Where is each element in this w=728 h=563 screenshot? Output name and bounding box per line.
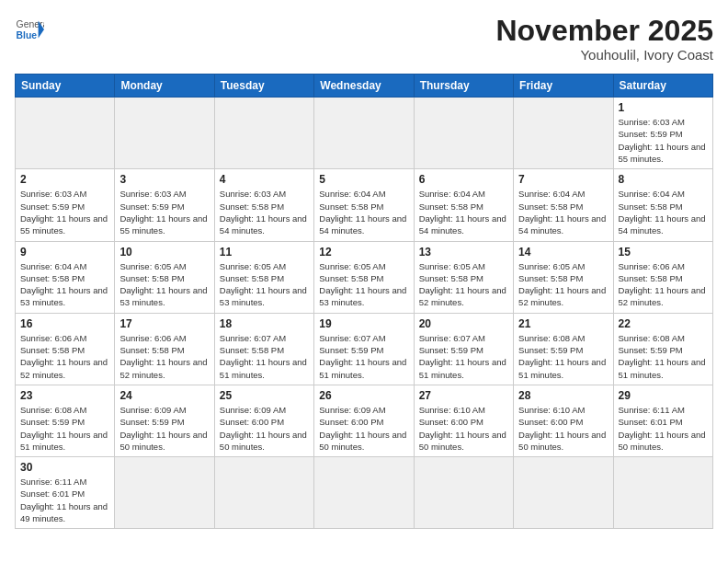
day-info: Sunrise: 6:09 AM Sunset: 6:00 PM Dayligh… xyxy=(319,404,408,453)
calendar-day-cell xyxy=(314,98,414,169)
day-info: Sunrise: 6:05 AM Sunset: 5:58 PM Dayligh… xyxy=(518,260,608,309)
calendar-day-cell: 11 Sunrise: 6:05 AM Sunset: 5:58 PM Dayl… xyxy=(214,241,313,313)
day-number: 1 xyxy=(619,101,708,114)
calendar-day-cell xyxy=(514,98,613,169)
day-info: Sunrise: 6:07 AM Sunset: 5:59 PM Dayligh… xyxy=(419,332,508,381)
calendar-day-cell xyxy=(214,457,313,529)
day-number: 8 xyxy=(619,173,708,186)
svg-text:Blue: Blue xyxy=(17,30,38,40)
header-friday: Friday xyxy=(514,75,613,98)
day-info: Sunrise: 6:10 AM Sunset: 6:00 PM Dayligh… xyxy=(419,404,508,453)
calendar-day-cell: 23 Sunrise: 6:08 AM Sunset: 5:59 PM Dayl… xyxy=(16,385,115,456)
day-number: 9 xyxy=(20,246,109,259)
calendar-day-cell xyxy=(613,457,712,529)
day-info: Sunrise: 6:05 AM Sunset: 5:58 PM Dayligh… xyxy=(419,260,508,309)
calendar-day-cell: 16 Sunrise: 6:06 AM Sunset: 5:58 PM Dayl… xyxy=(16,313,115,385)
calendar-week-row: 16 Sunrise: 6:06 AM Sunset: 5:58 PM Dayl… xyxy=(16,313,713,385)
day-number: 25 xyxy=(220,389,309,402)
day-number: 6 xyxy=(419,173,508,186)
calendar-day-cell: 8 Sunrise: 6:04 AM Sunset: 5:58 PM Dayli… xyxy=(613,169,712,241)
day-number: 30 xyxy=(20,461,109,474)
day-number: 21 xyxy=(518,317,608,330)
day-number: 13 xyxy=(419,246,508,259)
header-saturday: Saturday xyxy=(613,75,712,98)
page-header: General Blue November 2025 Youhoulil, Iv… xyxy=(15,15,713,63)
calendar-day-cell: 26 Sunrise: 6:09 AM Sunset: 6:00 PM Dayl… xyxy=(314,385,414,456)
day-info: Sunrise: 6:03 AM Sunset: 5:58 PM Dayligh… xyxy=(220,188,309,236)
header-wednesday: Wednesday xyxy=(314,75,414,98)
day-number: 18 xyxy=(220,317,309,330)
day-info: Sunrise: 6:04 AM Sunset: 5:58 PM Dayligh… xyxy=(319,188,408,236)
calendar-day-cell: 9 Sunrise: 6:04 AM Sunset: 5:58 PM Dayli… xyxy=(16,241,115,313)
calendar-day-cell: 7 Sunrise: 6:04 AM Sunset: 5:58 PM Dayli… xyxy=(514,169,613,241)
calendar-day-cell: 24 Sunrise: 6:09 AM Sunset: 5:59 PM Dayl… xyxy=(115,385,214,456)
day-info: Sunrise: 6:06 AM Sunset: 5:58 PM Dayligh… xyxy=(119,332,209,381)
day-number: 26 xyxy=(319,389,408,402)
day-info: Sunrise: 6:08 AM Sunset: 5:59 PM Dayligh… xyxy=(619,332,708,381)
logo-icon: General Blue xyxy=(15,15,44,44)
day-info: Sunrise: 6:04 AM Sunset: 5:58 PM Dayligh… xyxy=(518,188,608,236)
day-number: 23 xyxy=(20,389,109,402)
day-info: Sunrise: 6:05 AM Sunset: 5:58 PM Dayligh… xyxy=(220,260,309,309)
calendar-day-cell: 29 Sunrise: 6:11 AM Sunset: 6:01 PM Dayl… xyxy=(613,385,712,456)
calendar-day-cell: 6 Sunrise: 6:04 AM Sunset: 5:58 PM Dayli… xyxy=(414,169,513,241)
calendar-table: SundayMondayTuesdayWednesdayThursdayFrid… xyxy=(15,74,713,529)
calendar-day-cell: 15 Sunrise: 6:06 AM Sunset: 5:58 PM Dayl… xyxy=(613,241,712,313)
day-info: Sunrise: 6:03 AM Sunset: 5:59 PM Dayligh… xyxy=(119,188,209,236)
calendar-week-row: 23 Sunrise: 6:08 AM Sunset: 5:59 PM Dayl… xyxy=(16,385,713,456)
day-info: Sunrise: 6:05 AM Sunset: 5:58 PM Dayligh… xyxy=(319,260,408,309)
calendar-day-cell: 22 Sunrise: 6:08 AM Sunset: 5:59 PM Dayl… xyxy=(613,313,712,385)
calendar-week-row: 30 Sunrise: 6:11 AM Sunset: 6:01 PM Dayl… xyxy=(16,457,713,529)
day-info: Sunrise: 6:10 AM Sunset: 6:00 PM Dayligh… xyxy=(518,404,608,453)
calendar-day-cell: 20 Sunrise: 6:07 AM Sunset: 5:59 PM Dayl… xyxy=(414,313,513,385)
day-info: Sunrise: 6:08 AM Sunset: 5:59 PM Dayligh… xyxy=(518,332,608,381)
location-subtitle: Youhoulil, Ivory Coast xyxy=(495,47,713,63)
day-info: Sunrise: 6:09 AM Sunset: 5:59 PM Dayligh… xyxy=(119,404,209,453)
day-info: Sunrise: 6:06 AM Sunset: 5:58 PM Dayligh… xyxy=(619,260,708,309)
day-info: Sunrise: 6:05 AM Sunset: 5:58 PM Dayligh… xyxy=(119,260,209,309)
day-number: 15 xyxy=(619,246,708,259)
calendar-day-cell xyxy=(314,457,414,529)
day-number: 16 xyxy=(20,317,109,330)
day-number: 19 xyxy=(319,317,408,330)
day-number: 10 xyxy=(119,246,209,259)
calendar-day-cell: 19 Sunrise: 6:07 AM Sunset: 5:59 PM Dayl… xyxy=(314,313,414,385)
calendar-day-cell xyxy=(414,457,513,529)
day-info: Sunrise: 6:04 AM Sunset: 5:58 PM Dayligh… xyxy=(619,188,708,236)
calendar-day-cell: 17 Sunrise: 6:06 AM Sunset: 5:58 PM Dayl… xyxy=(115,313,214,385)
header-tuesday: Tuesday xyxy=(214,75,313,98)
day-info: Sunrise: 6:07 AM Sunset: 5:58 PM Dayligh… xyxy=(220,332,309,381)
day-number: 14 xyxy=(518,246,608,259)
calendar-week-row: 9 Sunrise: 6:04 AM Sunset: 5:58 PM Dayli… xyxy=(16,241,713,313)
day-info: Sunrise: 6:11 AM Sunset: 6:01 PM Dayligh… xyxy=(20,476,109,524)
calendar-day-cell: 2 Sunrise: 6:03 AM Sunset: 5:59 PM Dayli… xyxy=(16,169,115,241)
calendar-day-cell: 14 Sunrise: 6:05 AM Sunset: 5:58 PM Dayl… xyxy=(514,241,613,313)
month-title: November 2025 xyxy=(495,15,713,47)
day-number: 12 xyxy=(319,246,408,259)
calendar-week-row: 2 Sunrise: 6:03 AM Sunset: 5:59 PM Dayli… xyxy=(16,169,713,241)
calendar-day-cell: 5 Sunrise: 6:04 AM Sunset: 5:58 PM Dayli… xyxy=(314,169,414,241)
title-block: November 2025 Youhoulil, Ivory Coast xyxy=(495,15,713,63)
day-number: 20 xyxy=(419,317,508,330)
header-monday: Monday xyxy=(115,75,214,98)
day-info: Sunrise: 6:09 AM Sunset: 6:00 PM Dayligh… xyxy=(220,404,309,453)
day-info: Sunrise: 6:04 AM Sunset: 5:58 PM Dayligh… xyxy=(419,188,508,236)
day-number: 4 xyxy=(220,173,309,186)
calendar-day-cell xyxy=(115,98,214,169)
calendar-day-cell: 18 Sunrise: 6:07 AM Sunset: 5:58 PM Dayl… xyxy=(214,313,313,385)
calendar-day-cell: 28 Sunrise: 6:10 AM Sunset: 6:00 PM Dayl… xyxy=(514,385,613,456)
calendar-day-cell xyxy=(214,98,313,169)
calendar-header-row: SundayMondayTuesdayWednesdayThursdayFrid… xyxy=(16,75,713,98)
day-number: 27 xyxy=(419,389,508,402)
day-info: Sunrise: 6:03 AM Sunset: 5:59 PM Dayligh… xyxy=(619,116,708,165)
calendar-day-cell xyxy=(514,457,613,529)
day-number: 11 xyxy=(220,246,309,259)
calendar-day-cell: 21 Sunrise: 6:08 AM Sunset: 5:59 PM Dayl… xyxy=(514,313,613,385)
calendar-day-cell: 10 Sunrise: 6:05 AM Sunset: 5:58 PM Dayl… xyxy=(115,241,214,313)
day-number: 22 xyxy=(619,317,708,330)
calendar-day-cell: 12 Sunrise: 6:05 AM Sunset: 5:58 PM Dayl… xyxy=(314,241,414,313)
day-info: Sunrise: 6:04 AM Sunset: 5:58 PM Dayligh… xyxy=(20,260,109,309)
day-info: Sunrise: 6:07 AM Sunset: 5:59 PM Dayligh… xyxy=(319,332,408,381)
day-number: 24 xyxy=(119,389,209,402)
day-number: 28 xyxy=(518,389,608,402)
